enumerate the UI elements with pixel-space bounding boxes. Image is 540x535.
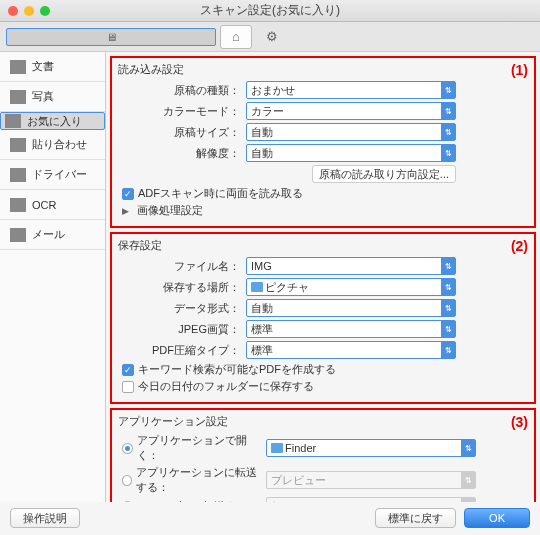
sidebar-item-photo[interactable]: 写真 bbox=[0, 82, 105, 112]
location-select[interactable]: ピクチャ⇅ bbox=[246, 278, 456, 296]
ok-button[interactable]: OK bbox=[464, 508, 530, 528]
photo-icon bbox=[10, 90, 26, 104]
section-number: (3) bbox=[511, 414, 528, 430]
jpeg-label: JPEG画質： bbox=[116, 322, 246, 337]
date-folder-label: 今日の日付のフォルダーに保存する bbox=[138, 379, 314, 394]
chevron-updown-icon: ⇅ bbox=[441, 145, 455, 161]
color-mode-select[interactable]: カラー⇅ bbox=[246, 102, 456, 120]
settings-icon[interactable]: ⚙ bbox=[256, 25, 288, 49]
orig-size-select[interactable]: 自動⇅ bbox=[246, 123, 456, 141]
orig-type-label: 原稿の種類： bbox=[116, 83, 246, 98]
sidebar-item-label: 文書 bbox=[32, 59, 54, 74]
date-folder-checkbox[interactable] bbox=[122, 381, 134, 393]
minimize-icon[interactable] bbox=[24, 6, 34, 16]
sidebar-item-label: OCR bbox=[32, 199, 56, 211]
keyword-pdf-checkbox[interactable]: ✓ bbox=[122, 364, 134, 376]
sidebar-item-favorite[interactable]: お気に入り bbox=[0, 112, 105, 130]
driver-icon bbox=[10, 168, 26, 182]
section-title: アプリケーション設定 bbox=[116, 412, 530, 433]
read-settings-section: (1) 読み込み設定 原稿の種類：おまかせ⇅ カラーモード：カラー⇅ 原稿サイズ… bbox=[110, 56, 536, 228]
chevron-updown-icon: ⇅ bbox=[441, 258, 455, 274]
filename-label: ファイル名： bbox=[116, 259, 246, 274]
sidebar-item-label: お気に入り bbox=[27, 114, 82, 129]
chevron-updown-icon: ⇅ bbox=[441, 321, 455, 337]
folder-label: フォルダーに転送する： bbox=[137, 499, 258, 503]
sidebar-item-mail[interactable]: メール bbox=[0, 220, 105, 250]
resolution-label: 解像度： bbox=[116, 146, 246, 161]
chevron-updown-icon: ⇅ bbox=[441, 82, 455, 98]
instructions-button[interactable]: 操作説明 bbox=[10, 508, 80, 528]
scan-from-panel-icon[interactable]: ⌂ bbox=[220, 25, 252, 49]
save-settings-section: (2) 保存設定 ファイル名：IMG⇅ 保存する場所：ピクチャ⇅ データ形式：自… bbox=[110, 232, 536, 404]
open-app-radio[interactable] bbox=[122, 443, 133, 454]
sidebar-item-driver[interactable]: ドライバー bbox=[0, 160, 105, 190]
section-number: (2) bbox=[511, 238, 528, 254]
format-select[interactable]: 自動⇅ bbox=[246, 299, 456, 317]
chevron-updown-icon: ⇅ bbox=[441, 279, 455, 295]
section-title: 読み込み設定 bbox=[116, 60, 530, 81]
format-label: データ形式： bbox=[116, 301, 246, 316]
window-title: スキャン設定(お気に入り) bbox=[0, 2, 540, 19]
sidebar-item-label: 貼り合わせ bbox=[32, 137, 87, 152]
document-icon bbox=[10, 60, 26, 74]
favorite-icon bbox=[5, 114, 21, 128]
chevron-updown-icon: ⇅ bbox=[441, 103, 455, 119]
adf-duplex-checkbox[interactable]: ✓ bbox=[122, 188, 134, 200]
open-app-select[interactable]: Finder⇅ bbox=[266, 439, 476, 457]
open-app-label: アプリケーションで開く： bbox=[137, 433, 266, 463]
folder-select[interactable]: 何もしない⇅ bbox=[266, 497, 476, 502]
filename-select[interactable]: IMG⇅ bbox=[246, 257, 456, 275]
image-processing-label[interactable]: 画像処理設定 bbox=[137, 203, 203, 218]
send-app-label: アプリケーションに転送する： bbox=[136, 465, 266, 495]
scan-from-computer-icon[interactable]: 🖥 bbox=[6, 28, 216, 46]
chevron-updown-icon: ⇅ bbox=[441, 300, 455, 316]
app-settings-section: (3) アプリケーション設定 アプリケーションで開く：Finder⇅ アプリケー… bbox=[110, 408, 536, 502]
keyword-pdf-label: キーワード検索が可能なPDFを作成する bbox=[138, 362, 336, 377]
ocr-icon bbox=[10, 198, 26, 212]
section-number: (1) bbox=[511, 62, 528, 78]
close-icon[interactable] bbox=[8, 6, 18, 16]
finder-icon bbox=[271, 443, 283, 453]
adf-duplex-label: ADFスキャン時に両面を読み取る bbox=[138, 186, 303, 201]
sidebar-item-label: ドライバー bbox=[32, 167, 87, 182]
orig-type-select[interactable]: おまかせ⇅ bbox=[246, 81, 456, 99]
chevron-updown-icon: ⇅ bbox=[461, 440, 475, 456]
chevron-updown-icon: ⇅ bbox=[461, 472, 475, 488]
sidebar-item-ocr[interactable]: OCR bbox=[0, 190, 105, 220]
sidebar-item-label: 写真 bbox=[32, 89, 54, 104]
resolution-select[interactable]: 自動⇅ bbox=[246, 144, 456, 162]
zoom-icon[interactable] bbox=[40, 6, 50, 16]
sidebar-item-stitch[interactable]: 貼り合わせ bbox=[0, 130, 105, 160]
defaults-button[interactable]: 標準に戻す bbox=[375, 508, 456, 528]
pdf-select[interactable]: 標準⇅ bbox=[246, 341, 456, 359]
folder-radio[interactable] bbox=[122, 501, 133, 503]
orig-size-label: 原稿サイズ： bbox=[116, 125, 246, 140]
sidebar-item-label: メール bbox=[32, 227, 65, 242]
section-title: 保存設定 bbox=[116, 236, 530, 257]
chevron-updown-icon: ⇅ bbox=[441, 124, 455, 140]
stitch-icon bbox=[10, 138, 26, 152]
location-label: 保存する場所： bbox=[116, 280, 246, 295]
jpeg-select[interactable]: 標準⇅ bbox=[246, 320, 456, 338]
sidebar-item-document[interactable]: 文書 bbox=[0, 52, 105, 82]
send-app-radio[interactable] bbox=[122, 475, 132, 486]
disclosure-triangle-icon[interactable]: ▶ bbox=[122, 206, 133, 216]
pdf-label: PDF圧縮タイプ： bbox=[116, 343, 246, 358]
chevron-updown-icon: ⇅ bbox=[441, 342, 455, 358]
folder-icon bbox=[251, 282, 263, 292]
send-app-select[interactable]: プレビュー⇅ bbox=[266, 471, 476, 489]
orientation-button[interactable]: 原稿の読み取り方向設定... bbox=[312, 165, 456, 183]
mail-icon bbox=[10, 228, 26, 242]
sidebar: 文書 写真 お気に入り 貼り合わせ ドライバー OCR メール bbox=[0, 52, 106, 502]
chevron-updown-icon: ⇅ bbox=[461, 498, 475, 502]
color-mode-label: カラーモード： bbox=[116, 104, 246, 119]
